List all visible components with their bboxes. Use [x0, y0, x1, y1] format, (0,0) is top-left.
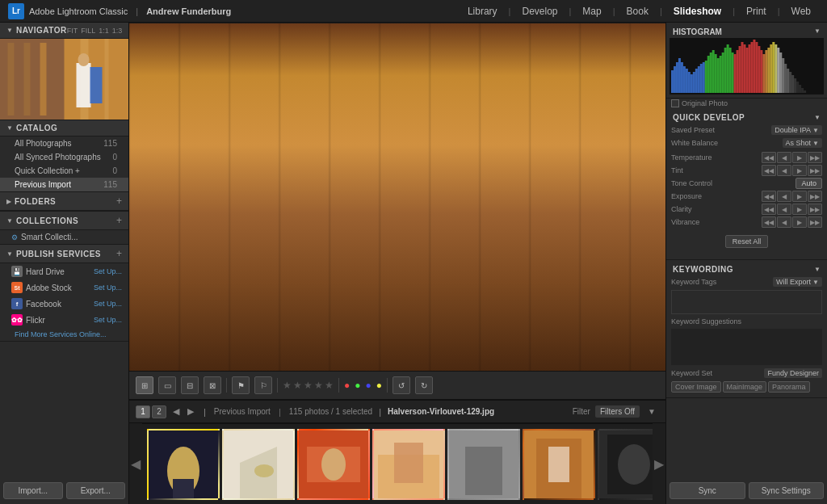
nav-back-btn[interactable]: ◀ [171, 405, 181, 418]
clarity-dec-dec-btn[interactable]: ◀◀ [762, 204, 776, 215]
star-4[interactable]: ★ [314, 380, 323, 391]
vib-dec-dec-btn[interactable]: ◀◀ [762, 216, 776, 228]
hard-drive-setup-btn[interactable]: Set Up... [94, 267, 122, 275]
flag-pick-btn[interactable]: ⚑ [232, 376, 250, 394]
loupe-view-btn[interactable]: ▭ [158, 376, 176, 394]
histogram-title[interactable]: Histogram ▼ [670, 26, 824, 38]
tone-auto-btn[interactable]: Auto [796, 178, 822, 189]
nav-map[interactable]: Map [574, 2, 609, 20]
keyword-tag-cover[interactable]: Cover Image [671, 381, 721, 393]
page-1-btn[interactable]: 1 [136, 405, 150, 418]
rotate-right-btn[interactable]: ↻ [415, 376, 433, 394]
original-photo-checkbox[interactable] [671, 99, 679, 107]
catalog-header[interactable]: ▼ Catalog [0, 120, 128, 136]
smart-collections-item[interactable]: ⚙ Smart Collecti... [0, 230, 128, 244]
clarity-dec-btn[interactable]: ◀ [777, 204, 791, 215]
filmstrip-thumb-6[interactable] [523, 429, 595, 500]
facebook-setup-btn[interactable]: Set Up... [94, 300, 122, 308]
nav-forward-btn[interactable]: ▶ [186, 405, 195, 418]
nav-library[interactable]: Library [460, 2, 506, 20]
export-button[interactable]: Export... [66, 482, 126, 499]
vib-inc-btn[interactable]: ▶ [792, 216, 807, 228]
quick-develop-header[interactable]: Quick Develop ▼ [666, 111, 827, 124]
star-3[interactable]: ★ [304, 380, 313, 391]
star-5[interactable]: ★ [325, 380, 334, 391]
tint-inc-inc-btn[interactable]: ▶▶ [808, 165, 822, 176]
nav-print[interactable]: Print [738, 2, 775, 20]
folders-header[interactable]: ▶ Folders + [0, 192, 128, 211]
compare-view-btn[interactable]: ⊟ [181, 376, 199, 394]
filmstrip-thumb-5[interactable] [447, 429, 520, 500]
vib-inc-inc-btn[interactable]: ▶▶ [808, 216, 822, 228]
keyword-tag-main[interactable]: MainImage [723, 381, 767, 393]
publish-add-btn[interactable]: + [116, 248, 122, 259]
catalog-all-photos[interactable]: All Photographs 115 [0, 136, 128, 150]
filmstrip-filter-dropdown[interactable]: ▼ [644, 407, 659, 416]
color-green[interactable]: ● [355, 380, 360, 391]
catalog-previous-import[interactable]: Previous Import 115 [0, 178, 128, 191]
main-image-container[interactable] [129, 23, 665, 371]
page-2-btn[interactable]: 2 [152, 405, 166, 418]
flickr-setup-btn[interactable]: Set Up... [94, 316, 122, 324]
service-facebook[interactable]: f Facebook Set Up... [0, 296, 128, 312]
filmstrip-thumb-1[interactable] [147, 429, 220, 500]
rotate-left-btn[interactable]: ↺ [393, 376, 410, 394]
color-blue[interactable]: ● [366, 380, 372, 391]
find-more-services[interactable]: Find More Services Online... [0, 328, 128, 341]
navigator-thumbnail[interactable] [0, 39, 128, 120]
filmstrip-thumb-2[interactable] [222, 429, 295, 500]
sync-settings-button[interactable]: Sync Settings [749, 482, 825, 499]
filmstrip-scroll-left[interactable]: ◀ [131, 456, 141, 472]
color-yellow[interactable]: ● [376, 380, 382, 391]
navigator-header[interactable]: ▼ Navigator FIT FILL 1:1 1:3 [0, 23, 128, 39]
grid-view-btn[interactable]: ⊞ [136, 376, 153, 394]
color-red[interactable]: ● [344, 380, 350, 391]
import-button[interactable]: Import... [3, 482, 63, 499]
collections-add-btn[interactable]: + [116, 215, 122, 226]
exp-dec-btn[interactable]: ◀ [777, 191, 791, 202]
tint-dec-dec-btn[interactable]: ◀◀ [762, 165, 776, 176]
star-1[interactable]: ★ [283, 380, 292, 391]
sync-button[interactable]: Sync [670, 482, 745, 499]
filmstrip-thumb-4[interactable] [372, 429, 445, 500]
adobe-stock-setup-btn[interactable]: Set Up... [94, 284, 122, 292]
vib-dec-btn[interactable]: ◀ [777, 216, 791, 228]
tint-inc-btn[interactable]: ▶ [792, 165, 807, 176]
keywording-header[interactable]: Keywording ▼ [666, 263, 827, 275]
catalog-quick-collection[interactable]: Quick Collection + 0 [0, 164, 128, 178]
temp-dec-dec-btn[interactable]: ◀◀ [762, 152, 776, 163]
publish-services-header[interactable]: ▼ Publish Services + [0, 245, 128, 263]
filmstrip-scroll-right[interactable]: ▶ [654, 456, 664, 472]
star-2[interactable]: ★ [293, 380, 302, 391]
exp-inc-btn[interactable]: ▶ [792, 191, 807, 202]
clarity-inc-inc-btn[interactable]: ▶▶ [808, 204, 822, 215]
flag-reject-btn[interactable]: ⚐ [254, 376, 272, 394]
nav-develop[interactable]: Develop [514, 2, 565, 20]
white-balance-dropdown[interactable]: As Shot ▼ [783, 138, 822, 148]
reset-all-btn[interactable]: Reset All [725, 235, 769, 248]
filmstrip-thumb-3[interactable] [297, 429, 370, 500]
temp-inc-inc-btn[interactable]: ▶▶ [808, 152, 822, 163]
service-flickr[interactable]: ✿✿ Flickr Set Up... [0, 312, 128, 328]
tint-dec-btn[interactable]: ◀ [777, 165, 791, 176]
exp-inc-inc-btn[interactable]: ▶▶ [808, 191, 822, 202]
catalog-all-synced[interactable]: All Synced Photographs 0 [0, 150, 128, 164]
collections-header[interactable]: ▼ Collections + [0, 212, 128, 230]
filter-value[interactable]: Filters Off [595, 405, 640, 418]
temp-dec-btn[interactable]: ◀ [777, 152, 791, 163]
nav-slideshow[interactable]: Slideshow [665, 2, 729, 20]
service-adobe-stock[interactable]: St Adobe Stock Set Up... [0, 279, 128, 296]
folders-add-btn[interactable]: + [116, 195, 122, 207]
service-hard-drive[interactable]: 💾 Hard Drive Set Up... [0, 263, 128, 279]
exp-dec-dec-btn[interactable]: ◀◀ [762, 191, 776, 202]
temp-inc-btn[interactable]: ▶ [792, 152, 807, 163]
keyword-set-dropdown[interactable]: Fundy Designer [764, 368, 822, 378]
keyword-tag-panorama[interactable]: Panorama [768, 381, 810, 393]
survey-view-btn[interactable]: ⊠ [204, 376, 221, 394]
keyword-tags-dropdown[interactable]: Will Export ▼ [773, 277, 822, 287]
nav-book[interactable]: Book [619, 2, 657, 20]
clarity-inc-btn[interactable]: ▶ [792, 204, 807, 215]
filmstrip-thumb-7[interactable] [598, 429, 653, 500]
nav-web[interactable]: Web [783, 2, 819, 20]
saved-preset-dropdown[interactable]: Double IPA ▼ [771, 125, 822, 135]
